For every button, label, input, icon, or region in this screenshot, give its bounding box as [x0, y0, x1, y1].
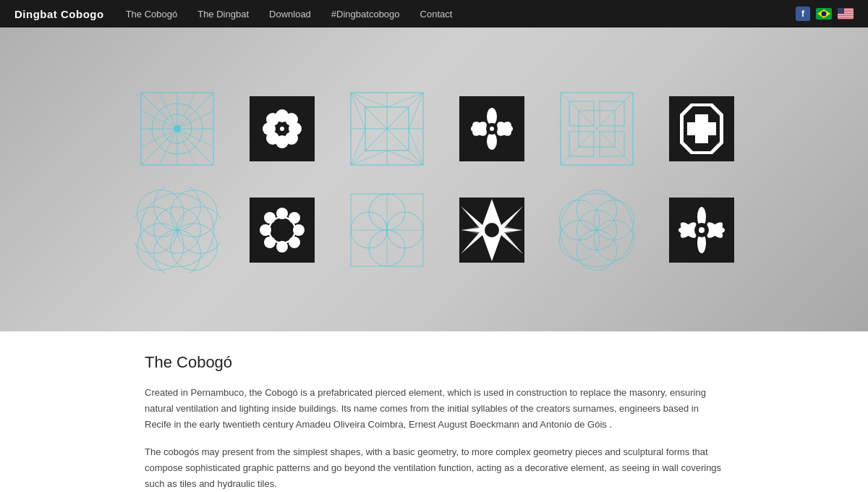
tile-9-outline [344, 187, 430, 273]
us-flag-icon [838, 8, 854, 20]
svg-line-23 [177, 129, 195, 165]
svg-line-21 [177, 93, 195, 129]
tile-12-filled [669, 198, 734, 263]
navigation: Dingbat Cobogo The Cobogó The Dingbat Do… [0, 0, 868, 27]
svg-line-52 [409, 129, 423, 165]
svg-point-94 [289, 212, 300, 224]
svg-point-26 [174, 125, 181, 132]
svg-point-55 [487, 132, 497, 150]
nav-dingbat[interactable]: The Dingbat [197, 9, 249, 20]
svg-point-96 [289, 237, 300, 248]
svg-line-18 [141, 129, 177, 147]
svg-point-38 [280, 127, 284, 131]
svg-line-48 [387, 150, 423, 165]
svg-line-19 [177, 129, 213, 147]
svg-point-33 [266, 113, 279, 126]
svg-point-63 [490, 127, 494, 131]
tile-5-outline [553, 85, 640, 172]
nav-hashtag[interactable]: #Dingbatcobogo [331, 9, 400, 20]
svg-line-50 [351, 129, 365, 165]
svg-point-34 [285, 113, 298, 126]
svg-rect-7 [838, 14, 854, 14]
svg-point-111 [485, 223, 499, 237]
tile-6-filled [669, 96, 734, 161]
svg-line-45 [351, 93, 387, 107]
tile-10-filled [459, 198, 524, 263]
social-icons: f [796, 7, 854, 21]
paragraph-2: The cobogós may present from the simples… [145, 444, 723, 492]
nav-contact[interactable]: Contact [420, 9, 453, 20]
svg-point-91 [260, 224, 271, 236]
tile-2-filled [250, 96, 315, 161]
svg-line-16 [141, 111, 177, 129]
svg-rect-9 [838, 17, 854, 18]
svg-point-54 [487, 108, 497, 125]
svg-point-35 [266, 132, 279, 145]
hero-section [0, 27, 868, 331]
svg-point-36 [285, 132, 298, 145]
tile-7-outline [134, 187, 221, 273]
svg-point-130 [699, 227, 705, 233]
tile-8-filled [250, 198, 315, 263]
brand-logo[interactable]: Dingbat Cobogo [14, 8, 104, 20]
tile-1-outline [134, 85, 221, 172]
svg-point-93 [264, 212, 276, 224]
svg-line-51 [409, 93, 423, 129]
tile-row-1 [134, 85, 734, 172]
svg-line-49 [351, 93, 365, 129]
tile-11-outline [553, 187, 640, 273]
svg-point-89 [276, 208, 288, 219]
svg-rect-76 [695, 114, 708, 143]
svg-point-95 [264, 237, 276, 248]
tile-3-outline [344, 85, 430, 172]
nav-download[interactable]: Download [269, 9, 311, 20]
content-heading: The Cobogó [145, 353, 723, 372]
svg-point-90 [276, 241, 288, 253]
nav-links: The Cobogó The Dingbat Download #Dingbat… [126, 9, 774, 20]
svg-point-2 [822, 12, 827, 17]
facebook-icon[interactable]: f [796, 7, 810, 21]
svg-rect-10 [838, 8, 844, 14]
tile-row-2 [134, 187, 734, 273]
svg-line-47 [351, 150, 387, 165]
content-section: The Cobogó Created in Pernambuco, the Co… [0, 331, 868, 492]
tile-4-filled [459, 96, 524, 161]
svg-line-46 [387, 93, 423, 107]
nav-cobogo[interactable]: The Cobogó [126, 9, 178, 20]
svg-line-20 [159, 93, 177, 129]
svg-point-97 [278, 226, 286, 234]
brazil-flag-icon [816, 8, 832, 20]
svg-rect-8 [838, 16, 854, 17]
paragraph-1: Created in Pernambuco, the Cobogó is a p… [145, 385, 723, 433]
svg-line-17 [177, 111, 213, 129]
svg-line-22 [159, 129, 177, 165]
svg-point-92 [293, 224, 305, 236]
